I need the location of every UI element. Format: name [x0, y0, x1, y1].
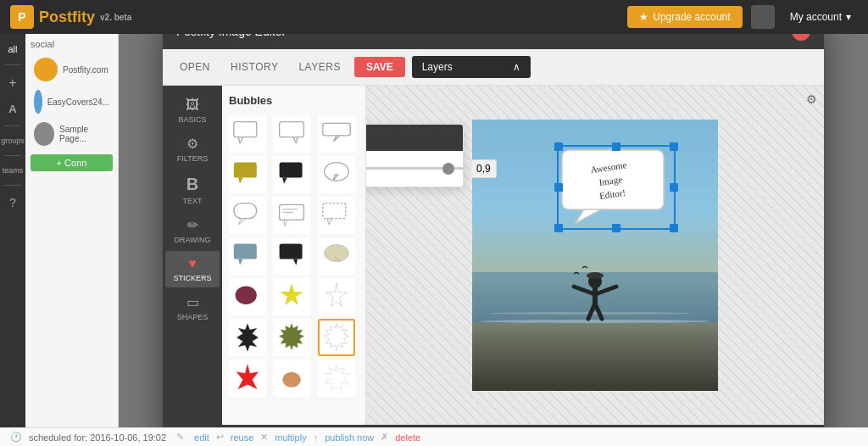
- upgrade-button[interactable]: ★ Upgrade account: [627, 6, 742, 28]
- sticker-3[interactable]: [318, 115, 355, 153]
- open-button[interactable]: OPEN: [173, 58, 217, 76]
- sticker-12[interactable]: [318, 237, 355, 275]
- sticker-10[interactable]: [229, 237, 266, 275]
- delete-link[interactable]: delete: [395, 432, 420, 443]
- teams-label[interactable]: teams: [0, 163, 26, 178]
- sticker-20[interactable]: [273, 360, 310, 397]
- handle-bottom-left[interactable]: [554, 224, 563, 232]
- sticker-11[interactable]: [273, 237, 310, 275]
- sticker-5[interactable]: [273, 156, 310, 193]
- svg-marker-23: [293, 259, 298, 265]
- sticker-7[interactable]: [229, 197, 266, 234]
- modal-bottom-bar: 71% ⛶ ⊞: [163, 425, 824, 428]
- tool-shapes[interactable]: ▭ SHAPES: [165, 289, 220, 326]
- drawing-icon: ✏: [187, 217, 198, 233]
- layers-dropdown[interactable]: Layers ∧: [412, 56, 531, 78]
- publish-link[interactable]: publish now: [325, 432, 374, 443]
- sticker-17[interactable]: [273, 319, 310, 356]
- save-button[interactable]: SAVE: [354, 57, 405, 77]
- avatar-2: [34, 90, 42, 114]
- bg-content: Postfity Image Editor × OPEN HISTORY LAY…: [119, 34, 868, 427]
- social-item-3[interactable]: Sample Page...: [31, 119, 113, 149]
- text-label: TEXT: [182, 197, 202, 205]
- handle-top-right[interactable]: [670, 142, 678, 151]
- svg-rect-0: [234, 121, 257, 137]
- sticker-1[interactable]: [229, 115, 266, 153]
- sticker-21[interactable]: [318, 360, 355, 397]
- scheduled-label: scheduled for: 2016-10-06, 19:02: [29, 432, 166, 443]
- tool-drawing[interactable]: ✏ DRAWING: [165, 212, 220, 249]
- svg-rect-8: [280, 162, 303, 177]
- sticker-13[interactable]: [229, 278, 266, 315]
- help-icon[interactable]: ?: [6, 192, 19, 213]
- tool-text[interactable]: B TEXT: [165, 170, 220, 210]
- sticker-2[interactable]: [273, 115, 310, 153]
- shapes-icon: ▭: [186, 294, 199, 310]
- sticker-15[interactable]: [318, 278, 355, 315]
- svg-marker-9: [283, 177, 287, 183]
- edit-link[interactable]: edit: [194, 432, 209, 443]
- svg-marker-31: [324, 323, 348, 349]
- canvas-settings-icon[interactable]: ⚙: [806, 92, 817, 106]
- sticker-props-body: Opacity 0,9: [366, 151, 463, 187]
- tool-stickers[interactable]: ♥ STICKERS: [165, 251, 220, 287]
- sticker-16[interactable]: [229, 319, 266, 356]
- tool-basics[interactable]: 🖼 BASICS: [165, 92, 220, 129]
- svg-marker-3: [293, 137, 298, 142]
- sticker-14[interactable]: [273, 278, 310, 315]
- image-area: Awesome Image Editor!: [366, 86, 824, 425]
- social-item-2[interactable]: EasyCovers24...: [31, 86, 113, 117]
- tool-sidebar: 🖼 BASICS ⚙ FILTERS B TEXT: [163, 86, 222, 425]
- opacity-row: Opacity 0,9: [366, 159, 453, 178]
- layers-button[interactable]: LAYERS: [292, 58, 347, 76]
- handle-bottom-right[interactable]: [670, 224, 678, 232]
- reuse-link[interactable]: reuse: [231, 432, 254, 443]
- handle-bottom-middle[interactable]: [612, 224, 620, 232]
- svg-marker-27: [281, 284, 303, 304]
- tool-filters[interactable]: ⚙ FILTERS: [165, 131, 220, 168]
- plus-icon[interactable]: +: [5, 72, 19, 94]
- sticker-on-canvas[interactable]: Awesome Image Editor!: [557, 145, 676, 230]
- handle-top-left[interactable]: [554, 142, 563, 151]
- svg-rect-18: [322, 203, 345, 218]
- font-a-icon[interactable]: A: [5, 99, 19, 119]
- account-button[interactable]: My account ▾: [783, 8, 858, 26]
- logo-icon: P: [10, 5, 34, 29]
- svg-point-10: [324, 162, 348, 181]
- all-nav-item[interactable]: all: [4, 41, 20, 58]
- topbar: P Postfity v2. beta ★ Upgrade account My…: [0, 0, 868, 34]
- sticker-8[interactable]: [273, 197, 310, 234]
- svg-marker-13: [238, 218, 246, 224]
- basics-label: BASICS: [178, 115, 206, 124]
- sticker-18[interactable]: [318, 319, 355, 356]
- sticker-19[interactable]: [229, 360, 266, 397]
- modal-toolbar: OPEN HISTORY LAYERS SAVE Layers ∧: [163, 49, 824, 86]
- modal-close-button[interactable]: ×: [792, 34, 810, 41]
- svg-marker-30: [280, 323, 304, 349]
- text-icon: B: [186, 175, 198, 194]
- social-item-1[interactable]: Postfity.com: [31, 54, 113, 85]
- svg-point-26: [236, 286, 257, 304]
- handle-middle-right[interactable]: [670, 183, 678, 192]
- svg-marker-7: [238, 177, 242, 183]
- groups-label[interactable]: groups: [0, 133, 28, 148]
- social-name-1: Postfity.com: [63, 65, 108, 75]
- sticker-properties: Sticker Opacity 0,9: [366, 124, 464, 187]
- sticker-6[interactable]: [318, 156, 355, 193]
- stickers-icon: ♥: [188, 256, 197, 271]
- add-connect-button[interactable]: + Conn: [31, 154, 113, 171]
- logo-text: Postfity: [39, 8, 95, 26]
- handle-middle-left[interactable]: [554, 183, 563, 192]
- svg-rect-20: [234, 243, 257, 259]
- multiply-link[interactable]: multiply: [275, 432, 306, 443]
- history-button[interactable]: HISTORY: [224, 58, 285, 76]
- stickers-label: STICKERS: [173, 274, 211, 282]
- opacity-slider[interactable]: [366, 167, 464, 170]
- sticker-4[interactable]: [229, 156, 266, 193]
- sticker-9[interactable]: [318, 197, 355, 234]
- handle-top-middle[interactable]: [612, 142, 620, 151]
- filters-label: FILTERS: [177, 154, 208, 163]
- svg-marker-32: [236, 364, 258, 388]
- svg-line-38: [574, 287, 593, 293]
- logo-version: v2. beta: [100, 13, 131, 22]
